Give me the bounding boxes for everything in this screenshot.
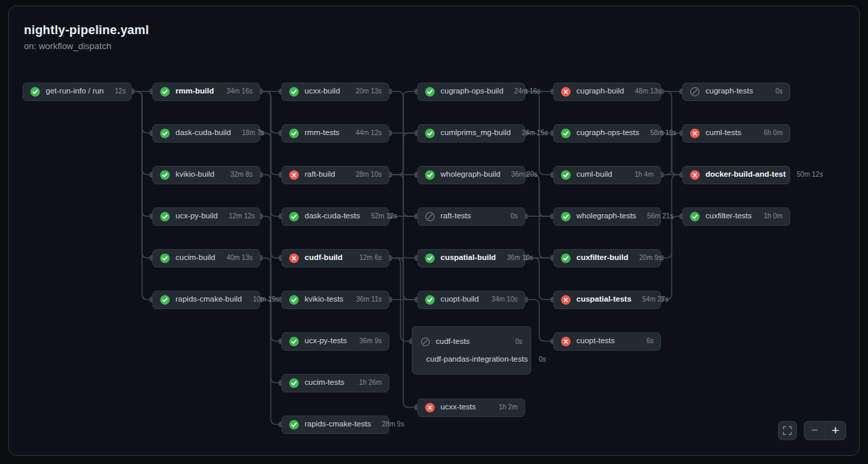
job-node-cuxfilter-build[interactable]: cuxfilter-build20m 9s	[553, 249, 661, 267]
job-duration: 18m 7s	[236, 130, 264, 136]
job-node-dask-cuda-tests[interactable]: dask-cuda-tests52m 12s	[281, 207, 389, 226]
job-duration: 28m 9s	[376, 421, 404, 428]
job-duration: 36m 9s	[354, 338, 382, 345]
job-duration: 0s	[770, 88, 783, 95]
job-name: raft-build	[305, 171, 335, 179]
job-duration: 0s	[505, 213, 518, 220]
job-duration: 0s	[533, 356, 546, 363]
job-node-cuopt-build[interactable]: cuopt-build34m 10s	[417, 291, 525, 309]
job-duration: 20m 13s	[350, 88, 382, 95]
job-name: ucxx-build	[305, 87, 340, 96]
job-node-kvikio-tests[interactable]: kvikio-tests36m 11s	[281, 291, 389, 309]
job-name: kvikio-tests	[305, 295, 344, 304]
job-node-cucim-build[interactable]: cucim-build40m 13s	[152, 249, 260, 267]
job-node-raft-build[interactable]: raft-build28m 10s	[281, 166, 389, 184]
job-name: ucx-py-tests	[305, 337, 347, 345]
job-duration: 28m 10s	[350, 171, 382, 178]
job-duration: 6h 0m	[758, 130, 783, 136]
status-success-icon	[425, 253, 435, 263]
job-name: rapids-cmake-tests	[305, 420, 371, 429]
job-node-rapids-cmake-build[interactable]: rapids-cmake-build10m 19s	[152, 291, 260, 309]
job-node-dask-cuda-build[interactable]: dask-cuda-build18m 7s	[152, 124, 260, 143]
job-node-cumlprims_mg-build[interactable]: cumlprims_mg-build24m 15s	[417, 124, 525, 143]
job-name: kvikio-build	[176, 171, 214, 179]
job-name: rmm-tests	[305, 129, 339, 137]
job-name: cuxfilter-build	[576, 254, 628, 262]
job-node-ucxx-build[interactable]: ucxx-build20m 13s	[281, 83, 389, 101]
job-duration: 1h 4m	[629, 171, 654, 178]
job-node-wholegraph-tests[interactable]: wholegraph-tests56m 21s	[553, 207, 661, 226]
job-name: cumlprims_mg-build	[440, 129, 511, 137]
job-node-docker-build-and-test[interactable]: docker-build-and-test50m 12s	[682, 166, 790, 184]
job-node-kvikio-build[interactable]: kvikio-build32m 8s	[152, 166, 260, 184]
status-failure-icon	[561, 87, 571, 97]
job-duration: 36m 11s	[350, 296, 382, 303]
job-name: cuspatial-tests	[576, 295, 632, 304]
job-name: cucim-build	[176, 254, 215, 262]
status-success-icon	[561, 212, 571, 222]
job-node-rmm-tests[interactable]: rmm-tests44m 12s	[281, 124, 389, 143]
status-failure-icon	[690, 170, 700, 180]
status-success-icon	[425, 170, 435, 180]
job-duration: 24m 15s	[516, 130, 548, 136]
job-name: raft-tests	[440, 212, 471, 220]
job-node-ucx-py-build[interactable]: ucx-py-build12m 12s	[152, 207, 260, 226]
status-success-icon	[561, 128, 571, 139]
job-name: cugraph-ops-build	[440, 87, 503, 96]
job-node-raft-tests[interactable]: raft-tests0s	[417, 207, 525, 226]
status-success-icon	[561, 170, 571, 180]
job-duration: 50m 12s	[792, 171, 823, 178]
job-node-cudf-pandas-integration-tests[interactable]: cudf-pandas-integration-tests0s	[418, 351, 525, 368]
status-failure-icon	[425, 403, 435, 413]
job-name: cucim-tests	[305, 379, 344, 387]
status-failure-icon	[690, 128, 700, 139]
job-name: wholegraph-tests	[576, 212, 636, 220]
job-duration: 12m 6s	[354, 255, 382, 261]
job-node-cugraph-build[interactable]: cugraph-build48m 13s	[553, 83, 661, 101]
job-node-ucxx-tests[interactable]: ucxx-tests1h 2m	[417, 398, 525, 417]
job-node-cugraph-ops-build[interactable]: cugraph-ops-build24m 16s	[417, 83, 525, 101]
workflow-graph-page: nightly-pipeline.yaml on: workflow_dispa…	[0, 0, 868, 464]
job-node-wholegraph-build[interactable]: wholegraph-build36m 20s	[417, 166, 525, 184]
job-node-cuopt-tests[interactable]: cuopt-tests6s	[553, 332, 661, 351]
status-success-icon	[160, 170, 170, 180]
status-failure-icon	[289, 253, 299, 263]
job-duration: 54m 27s	[637, 296, 669, 303]
job-name: cuspatial-build	[440, 254, 496, 262]
zoom-out-button[interactable]: −	[804, 422, 826, 439]
job-node-rapids-cmake-tests[interactable]: rapids-cmake-tests28m 9s	[281, 416, 389, 434]
job-node-cugraph-tests[interactable]: cugraph-tests0s	[682, 83, 790, 101]
job-node-cuxfilter-tests[interactable]: cuxfilter-tests1h 0m	[682, 207, 790, 226]
status-skipped-icon	[421, 337, 430, 347]
job-node-cuspatial-build[interactable]: cuspatial-build36m 10s	[417, 249, 525, 267]
job-duration: 1h 26m	[354, 379, 382, 386]
job-duration: 12m 12s	[223, 213, 255, 220]
status-success-icon	[289, 295, 299, 305]
status-success-icon	[289, 128, 299, 139]
job-name: dask-cuda-build	[176, 129, 231, 137]
job-name: rmm-build	[176, 87, 214, 96]
fullscreen-button[interactable]	[778, 421, 797, 440]
status-failure-icon	[561, 295, 571, 305]
nodes-layer: get-run-info / run12srmm-build34m 16sdas…	[0, 0, 868, 464]
job-name: ucxx-tests	[440, 403, 476, 411]
job-node-get-run-info[interactable]: get-run-info / run12s	[23, 83, 132, 101]
job-node-cuspatial-tests[interactable]: cuspatial-tests54m 27s	[553, 291, 661, 309]
job-duration: 12s	[109, 88, 126, 95]
job-duration: 1h 2m	[493, 404, 518, 411]
status-success-icon	[425, 128, 435, 139]
status-success-icon	[289, 87, 299, 97]
job-node-cudf-build[interactable]: cudf-build12m 6s	[281, 249, 389, 267]
job-name: get-run-info / run	[46, 87, 104, 96]
job-node-ucx-py-tests[interactable]: ucx-py-tests36m 9s	[281, 332, 389, 351]
job-node-cudf-tests[interactable]: cudf-tests0s	[418, 333, 525, 351]
job-node-cucim-tests[interactable]: cucim-tests1h 26m	[281, 374, 389, 392]
job-node-cuml-tests[interactable]: cuml-tests6h 0m	[682, 124, 790, 143]
status-success-icon	[160, 128, 170, 139]
job-node-rmm-build[interactable]: rmm-build34m 16s	[152, 83, 260, 101]
job-node-cuml-build[interactable]: cuml-build1h 4m	[553, 166, 661, 184]
job-name: rapids-cmake-build	[176, 295, 242, 304]
zoom-in-button[interactable]: +	[826, 422, 846, 439]
job-node-cugraph-ops-tests[interactable]: cugraph-ops-tests58m 19s	[553, 124, 661, 143]
status-success-icon	[289, 420, 299, 430]
